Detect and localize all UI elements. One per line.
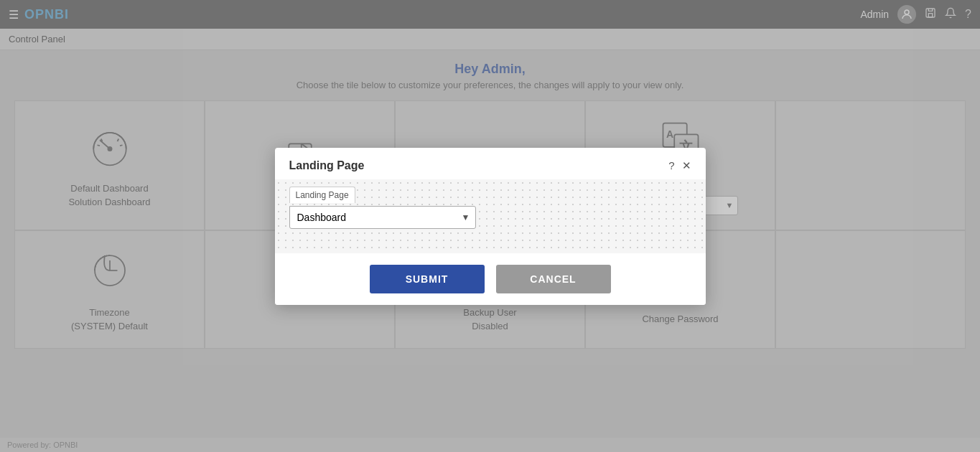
dialog-footer: SUBMIT CANCEL — [275, 253, 706, 305]
dialog-title: Landing Page — [289, 159, 365, 172]
dialog-header: Landing Page ? ✕ — [275, 148, 706, 179]
modal-overlay: Landing Page ? ✕ Landing Page Dashboard … — [0, 0, 980, 452]
form-select-wrapper[interactable]: Dashboard Solution Dashboard ▼ — [289, 206, 476, 229]
dialog-help-icon[interactable]: ? — [668, 159, 674, 171]
form-label-landing: Landing Page — [289, 187, 355, 203]
landing-page-dialog: Landing Page ? ✕ Landing Page Dashboard … — [275, 148, 706, 305]
cancel-button[interactable]: CANCEL — [496, 265, 611, 293]
dialog-header-icons: ? ✕ — [668, 159, 691, 172]
form-group-landing: Landing Page Dashboard Solution Dashboar… — [289, 187, 691, 229]
submit-button[interactable]: SUBMIT — [370, 265, 485, 293]
landing-page-select[interactable]: Dashboard Solution Dashboard — [289, 206, 476, 229]
dialog-close-icon[interactable]: ✕ — [682, 159, 691, 172]
dialog-body: Landing Page Dashboard Solution Dashboar… — [275, 179, 706, 253]
